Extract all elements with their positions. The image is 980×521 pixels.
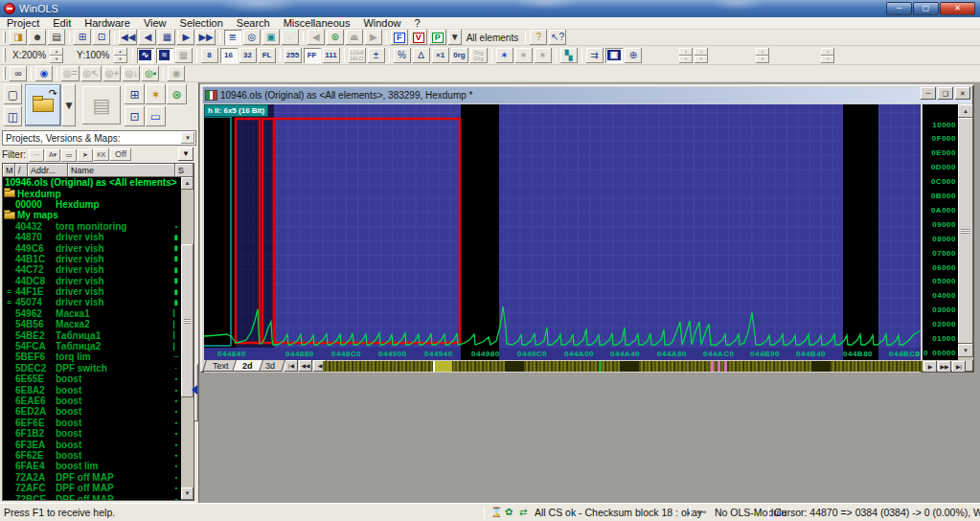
x-zoom-spinner[interactable]: ▲▼: [50, 48, 63, 63]
map-row[interactable]: 6F1B2boost▪: [3, 428, 181, 439]
last-version-button[interactable]: ▶▶: [196, 30, 215, 45]
map-row[interactable]: 449C6driver vish▮: [3, 242, 181, 253]
map-row[interactable]: 72AFCDPF off MAP▪: [3, 483, 181, 493]
menu-[interactable]: ?: [408, 17, 427, 29]
search-down-button[interactable]: ◎↓: [123, 66, 140, 81]
next-version-button[interactable]: ▶: [177, 30, 194, 45]
window-frame-button[interactable]: ▣: [605, 48, 624, 63]
scroll-thumb[interactable]: [181, 244, 194, 397]
search-equal-button[interactable]: ◎=: [61, 66, 80, 81]
spinner-up-icon[interactable]: ▲: [695, 48, 708, 56]
map-wizard-2-button[interactable]: ✶: [535, 48, 552, 63]
toolbox-button[interactable]: ▣: [262, 30, 280, 45]
menu-edit[interactable]: Edit: [46, 17, 78, 29]
bits-8-button[interactable]: 8: [201, 48, 218, 63]
bits-float-button[interactable]: FL: [259, 48, 276, 63]
projects-versions-maps-combo[interactable]: Projects, Versions & Maps: ▼: [2, 130, 196, 146]
binoculars-2-button[interactable]: ◉: [168, 66, 185, 81]
column-header-s[interactable]: S: [175, 164, 194, 177]
bits-16-button[interactable]: 16: [220, 48, 238, 63]
map-row[interactable]: 54962Маска1▏: [3, 308, 181, 319]
binary-view-button[interactable]: 111: [323, 48, 340, 63]
scroll-down-icon[interactable]: ▼: [181, 487, 194, 500]
scroll-up-icon[interactable]: ▲: [181, 177, 194, 190]
new-project-button[interactable]: ▢: [4, 84, 22, 104]
spinner-down-icon[interactable]: ▼: [679, 56, 693, 63]
version-overview-button[interactable]: ▦: [158, 30, 175, 45]
binoculars-button[interactable]: ◉: [35, 66, 53, 81]
decimal-view-button[interactable]: 255: [285, 48, 302, 63]
spinner-down-icon[interactable]: ▼: [50, 56, 63, 63]
y-zoom-spinner[interactable]: ▲▼: [114, 48, 127, 63]
save-project-button[interactable]: ◫: [4, 106, 22, 126]
functions-filter-button[interactable]: F: [391, 30, 408, 45]
overview-scrollbar[interactable]: [323, 361, 923, 372]
folder-row[interactable]: My maps: [3, 210, 181, 220]
map-row[interactable]: 6E65Eboost▪: [3, 374, 181, 384]
toolbar-grip[interactable]: [3, 48, 6, 62]
column-header-addrxxx[interactable]: Addr...: [28, 164, 68, 177]
close-button[interactable]: ✕: [940, 2, 975, 15]
upload-button[interactable]: ⏏: [346, 30, 363, 45]
project-tree-button[interactable]: ≣: [224, 30, 241, 45]
original-button[interactable]: 0rg: [451, 48, 468, 63]
glasses-button[interactable]: ∞: [10, 66, 27, 81]
search-blocks-button[interactable]: ◎▪: [142, 66, 159, 81]
map-row[interactable]: 6EAE6boost▪: [3, 396, 181, 406]
child-minimize-button[interactable]: ─: [921, 87, 936, 100]
factor-button[interactable]: ×1: [432, 48, 449, 63]
delta-button[interactable]: ∆: [413, 48, 430, 63]
column-header-x[interactable]: /: [15, 164, 28, 177]
graph-vertical-scrollbar[interactable]: ▲ ▼: [958, 104, 973, 360]
scroll-left-button-1[interactable]: ◀◀: [299, 360, 312, 372]
map-row[interactable]: 54FCAТаблица2▏: [3, 341, 181, 351]
versions-filter-button[interactable]: V: [410, 30, 427, 45]
spinner-down-icon[interactable]: ▼: [756, 56, 769, 63]
map-wizard-button[interactable]: ✶: [515, 48, 533, 63]
open-import-button[interactable]: ◨: [10, 30, 27, 45]
search-xy-button[interactable]: ◎+: [103, 66, 122, 81]
back-button[interactable]: ◀: [308, 30, 325, 45]
scroll-right-button-0[interactable]: ▶: [923, 361, 937, 373]
sign-button[interactable]: ±: [368, 48, 385, 63]
offset-spinner-1[interactable]: ▲▼: [679, 48, 693, 63]
filter-dropdown-button[interactable]: ▼: [178, 147, 194, 161]
hex-view-button[interactable]: FF: [304, 48, 321, 63]
spinner-up-icon[interactable]: ▲: [114, 48, 127, 56]
menu-selection[interactable]: Selection: [173, 17, 230, 29]
map-row[interactable]: 5BEF6torq lim─: [3, 351, 181, 362]
spinner-up-icon[interactable]: ▲: [821, 48, 834, 56]
filter-off-button[interactable]: Off: [110, 148, 131, 161]
context-help-button[interactable]: ↖?: [549, 30, 566, 45]
filter-kk-button[interactable]: KK: [94, 148, 109, 161]
search-pointer-button[interactable]: ◎↖: [81, 66, 102, 81]
view-grid-button[interactable]: ▦: [175, 48, 193, 63]
window-pair-button[interactable]: ⊡: [93, 30, 110, 45]
offset-spinner-2[interactable]: ▲▼: [695, 48, 708, 63]
percent-button[interactable]: %: [394, 48, 411, 63]
filter-area-button[interactable]: ▭: [61, 149, 77, 162]
spinner-up-icon[interactable]: ▲: [756, 48, 769, 56]
filter-delta-button[interactable]: A▾: [45, 149, 60, 162]
scroll-left-button-0[interactable]: |◀: [285, 360, 298, 372]
column-header-m[interactable]: M: [3, 164, 15, 177]
map-list-scrollbar[interactable]: ▲ ▼: [181, 177, 194, 500]
map-row[interactable]: 44870driver vish▮: [3, 232, 181, 242]
project-row[interactable]: 10946.ols (Original) as <All elements>: [3, 177, 181, 188]
menu-project[interactable]: Project: [0, 17, 46, 29]
menu-hardware[interactable]: Hardware: [78, 17, 137, 29]
map-row[interactable]: 44B1Cdriver vish▮: [3, 254, 181, 264]
screenshot-button[interactable]: ▭: [146, 106, 166, 126]
import-button[interactable]: ▤: [82, 86, 121, 125]
map-row[interactable]: 6FAE4boost lim▪: [3, 461, 181, 471]
toolbar-grip[interactable]: [3, 32, 6, 44]
child-title-bar[interactable]: 10946.ols (Original) as <All elements>, …: [203, 87, 971, 103]
open-dropdown-button[interactable]: ▼: [62, 84, 76, 126]
print-button[interactable]: ▤: [48, 30, 65, 45]
user-button[interactable]: ☻: [29, 30, 46, 45]
map-row[interactable]: 6ED2Aboost▪: [3, 406, 181, 417]
online-button[interactable]: ⊛: [167, 84, 187, 104]
filter-dots-button[interactable]: ⋯: [29, 149, 44, 162]
map-row[interactable]: 44DC8driver vish▮: [3, 276, 181, 286]
graph-scroll-thumb[interactable]: [958, 118, 973, 344]
